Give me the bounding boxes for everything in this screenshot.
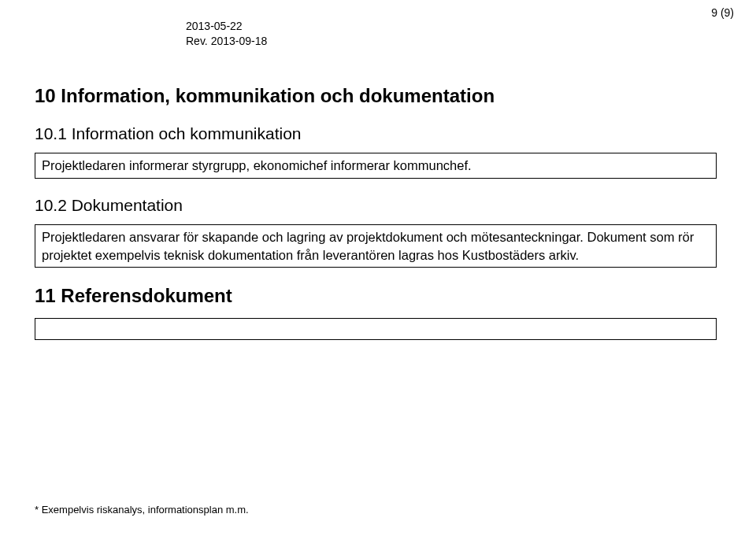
section-10-heading: 10 Information, kommunikation och dokume… — [35, 85, 718, 107]
section-11-box — [35, 318, 717, 340]
section-10-1-heading: 10.1 Information och kommunikation — [35, 124, 718, 143]
page-number: 9 (9) — [711, 6, 734, 19]
footnote: * Exempelvis riskanalys, informationspla… — [35, 504, 249, 516]
header-rev-prefix: Rev. — [186, 35, 211, 47]
document-page: 2013-05-22 Rev. 2013-09-18 9 (9) 10 Info… — [0, 0, 756, 536]
section-10-2-heading: 10.2 Dokumentation — [35, 196, 718, 215]
header-rev-date: 2013-09-18 — [211, 35, 268, 47]
header-date-created: 2013-05-22 — [186, 19, 267, 34]
section-11-heading: 11 Referensdokument — [35, 285, 718, 307]
section-10-2-box: Projektledaren ansvarar för skapande och… — [35, 224, 717, 268]
header-dates: 2013-05-22 Rev. 2013-09-18 — [186, 19, 267, 49]
header-date-revised: Rev. 2013-09-18 — [186, 34, 267, 49]
document-body: 10 Information, kommunikation och dokume… — [35, 85, 718, 357]
section-10-1-box: Projektledaren informerar styrgrupp, eko… — [35, 153, 717, 179]
